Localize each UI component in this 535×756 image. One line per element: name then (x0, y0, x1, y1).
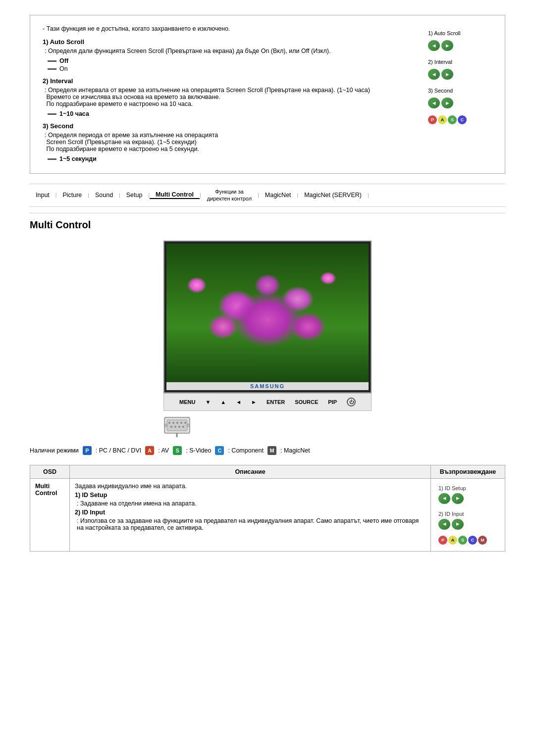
remote-enter[interactable]: ENTER (267, 399, 285, 405)
svg-point-6 (184, 422, 186, 424)
svg-point-3 (172, 422, 174, 424)
pasc-badge-top: P A S C (428, 115, 467, 124)
mode-badge-s: S (173, 446, 182, 455)
table-desc-title1: 1) ID Setup (75, 492, 426, 499)
repro-panel: 1) ID Setup 2) ID Input P A (436, 483, 500, 547)
mode-badge-m: M (268, 446, 276, 455)
nav-sound[interactable]: Sound (89, 192, 119, 199)
nav-magicnet[interactable]: MagicNet (259, 192, 297, 199)
top-right-panel: 1) Auto Scroll 2) Interval 3) Second P (423, 25, 492, 163)
repro-label-2: 2) ID Input (438, 511, 464, 517)
remote-power[interactable]: ⏻ (347, 398, 356, 406)
nav-input[interactable]: Input (30, 192, 55, 199)
section-heading: Multi Control (30, 219, 505, 231)
mode-badge-p: P (83, 446, 92, 455)
svg-point-11 (164, 424, 167, 427)
remote-left[interactable]: ◄ (236, 399, 241, 405)
left-arrow-btn-1[interactable] (428, 40, 440, 51)
nav-setup[interactable]: Setup (120, 192, 149, 199)
mode-badge-a: A (145, 446, 154, 455)
repro-left-2[interactable] (438, 519, 450, 530)
table-circle-m: M (478, 536, 487, 545)
nav-magicnet-server[interactable]: MagicNet (SERVER) (298, 192, 368, 199)
svg-point-9 (178, 426, 180, 428)
section2-title: 2) Interval (43, 77, 423, 85)
nav-multicontrol[interactable]: Multi Control (150, 191, 200, 199)
table-desc-body2: : Използва се за задаване на функциите н… (75, 517, 426, 531)
table-header-repro: Възпроизвеждане (431, 465, 505, 478)
svg-point-2 (168, 422, 170, 424)
repro-left-1[interactable] (438, 493, 450, 504)
section3-desc: : Определя периода от време за изпълнени… (43, 132, 423, 152)
svg-point-4 (176, 422, 178, 424)
option-interval-label: 1~10 часа (59, 110, 89, 117)
nav-direct[interactable]: Функции задиректен контрол (201, 188, 258, 202)
divider (30, 213, 505, 213)
mode-text-c: : Component (228, 447, 264, 454)
monitor-bottom-bar: SAMSUNG (166, 382, 369, 390)
section1-title: 1) Auto Scroll (43, 38, 423, 46)
svg-point-10 (182, 426, 184, 428)
repro-right-1[interactable] (452, 493, 464, 504)
flower-overlay (166, 244, 369, 382)
left-arrow-btn-3[interactable] (428, 98, 440, 108)
intro-text: - Тази функция не е достъпна, когато зах… (43, 25, 423, 32)
repro-right-2[interactable] (452, 519, 464, 530)
repro-nav-1 (438, 493, 464, 504)
remote-pip[interactable]: PIP (328, 399, 337, 405)
dash-icon3 (48, 113, 56, 115)
modes-row: Налични режими P : PC / BNC / DVI A : AV… (30, 446, 505, 455)
section2-desc: : Определя интервала от време за изпълне… (43, 87, 423, 107)
right-label-1: 1) Auto Scroll (428, 30, 460, 36)
dash-icon (48, 60, 56, 62)
right-arrow-btn-1[interactable] (441, 40, 453, 51)
svg-point-12 (187, 424, 190, 427)
left-arrow-btn-2[interactable] (428, 69, 440, 80)
table-row: MultiControl Задава индивидуално име на … (30, 478, 505, 551)
right-arrow-btn-2[interactable] (441, 69, 453, 80)
circle-c: C (458, 115, 467, 124)
mode-badge-c: C (215, 446, 224, 455)
dash-icon2 (48, 68, 56, 70)
option-second-label: 1~5 секунди (59, 155, 97, 162)
option-off: Off (48, 57, 423, 64)
table-header-osd: OSD (30, 465, 70, 478)
table-circle-p: P (438, 536, 447, 545)
mode-text-s: : S-Video (186, 447, 211, 454)
remote-menu[interactable]: MENU (179, 399, 195, 405)
option-interval: 1~10 часа (48, 110, 423, 117)
option-on: On (48, 65, 423, 72)
svg-rect-1 (167, 420, 187, 431)
table-cell-repro: 1) ID Setup 2) ID Input P A (431, 478, 505, 551)
mode-text-m: : MagicNet (280, 447, 310, 454)
circle-p: P (428, 115, 437, 124)
data-table: OSD Описание Възпроизвеждане MultiContro… (30, 465, 505, 552)
dash-icon4 (48, 158, 56, 160)
table-circle-a: A (448, 536, 457, 545)
svg-point-5 (180, 422, 182, 424)
nav-buttons-2 (428, 69, 453, 80)
table-circle-c: C (468, 536, 477, 545)
monitor-screen (166, 244, 369, 382)
remote-bar: MENU ▼ ▲ ◄ ► ENTER SOURCE PIP ⏻ (163, 393, 372, 411)
nav-picture[interactable]: Picture (56, 192, 88, 199)
connector-svg (163, 415, 191, 437)
svg-point-7 (170, 426, 172, 428)
right-arrow-btn-3[interactable] (441, 98, 453, 108)
remote-up[interactable]: ▲ (220, 399, 226, 405)
circle-s: S (448, 115, 457, 124)
monitor-frame: SAMSUNG (163, 241, 372, 393)
svg-point-8 (174, 426, 176, 428)
top-text-area: - Тази функция не е достъпна, когато зах… (43, 25, 423, 163)
option-on-label: On (59, 65, 68, 72)
option-second: 1~5 секунди (48, 155, 423, 162)
remote-source[interactable]: SOURCE (295, 399, 318, 405)
section1-desc: : Определя дали функцията Screen Scroll … (43, 48, 423, 54)
option-off-label: Off (59, 57, 68, 64)
remote-down[interactable]: ▼ (205, 399, 211, 405)
connector-wrap (163, 415, 191, 439)
right-label-3: 3) Second (428, 88, 453, 94)
repro-label-1: 1) ID Setup (438, 485, 466, 491)
table-cell-osd: MultiControl (30, 478, 70, 551)
remote-right[interactable]: ► (251, 399, 257, 405)
